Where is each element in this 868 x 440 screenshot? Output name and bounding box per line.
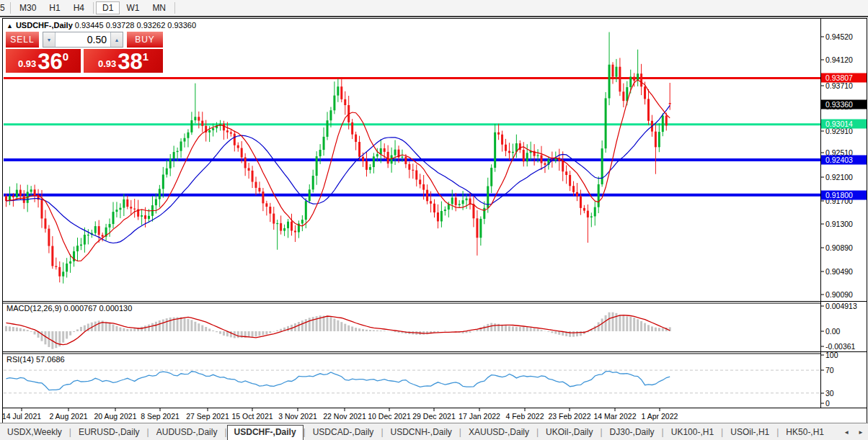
date-axis-label: 14 Jul 2021 (2, 412, 41, 421)
macd-axis-label: -0.00361 (825, 342, 856, 351)
chart-tab-usoil-h1[interactable]: USOil-,H1 (723, 425, 776, 439)
macd-axis-label: 0.00 (825, 327, 841, 336)
sell-price-big: 36 (37, 53, 62, 71)
volume-control: ▼ 0.50 ▲ (43, 32, 123, 48)
timeframe-button-5[interactable]: 5 (0, 1, 8, 14)
chart-tab-ukoil-daily[interactable]: UKOil-,Daily (539, 425, 600, 439)
volume-input[interactable]: 0.50 (56, 32, 110, 47)
chart-tab-bar: USDX,Weekly|EURUSD-,Daily|AUDUSD-,Daily|… (0, 423, 868, 440)
chart-tab-hk50-h1[interactable]: HK50-,H1 (779, 425, 831, 439)
svg-text:0.91800: 0.91800 (825, 191, 853, 199)
price-badge: 0.93807 (821, 73, 867, 83)
svg-text:0.93360: 0.93360 (825, 100, 853, 109)
sell-price-prefix: 0.93 (18, 58, 36, 69)
timeframe-button-D1[interactable]: D1 (96, 1, 120, 14)
price-axis-label: 0.90890 (825, 243, 853, 252)
sell-price-sup: 0 (63, 50, 68, 63)
ohlc-close: 0.93360 (167, 21, 196, 30)
svg-text:0.93807: 0.93807 (825, 73, 853, 82)
chart-tab-usdcnh-daily[interactable]: USDCNH-,Daily (384, 425, 459, 439)
chart-tab-uk100-h1[interactable]: UK100-,H1 (664, 425, 721, 439)
price-axis-label: 0.90090 (825, 290, 853, 299)
macd-axis-label: 0.004913 (825, 302, 857, 310)
svg-text:0.92403: 0.92403 (825, 156, 853, 164)
date-axis-label: 15 Oct 2021 (231, 412, 273, 421)
ohlc-open: 0.93445 (75, 21, 104, 30)
chart-tab-usdchf-daily[interactable]: USDCHF-,Daily (227, 425, 304, 440)
rsi-axis-label: 70 (825, 366, 834, 374)
toolbar-divider (0, 16, 868, 17)
price-badge: 0.93360 (821, 100, 867, 109)
price-axis-label: 0.91300 (825, 220, 853, 228)
chart-header: ▲USDCHF-,Daily 0.93445 0.93728 0.93262 0… (6, 21, 196, 30)
toolbar-separator (174, 2, 175, 14)
timeframe-button-H4[interactable]: H4 (67, 1, 91, 14)
rsi-axis-label: 30 (825, 389, 834, 398)
chart-symbol-label: USDCHF-,Daily (16, 21, 73, 30)
buy-price-big: 38 (118, 53, 142, 71)
buy-price-display[interactable]: 0.93381 (84, 49, 163, 73)
date-axis-label: 17 Jan 2022 (459, 412, 500, 421)
price-axis-label: 0.94120 (825, 55, 853, 64)
toolbar-separator (93, 2, 94, 14)
chart-tab-eurusd-daily[interactable]: EURUSD-,Daily (71, 425, 147, 439)
rsi-indicator-label: RSI(14) 57.0686 (6, 355, 65, 364)
chart-tab-usdcad-daily[interactable]: USDCAD-,Daily (306, 425, 381, 439)
date-axis-label: 8 Sep 2021 (141, 412, 180, 421)
timeframe-button-MN[interactable]: MN (146, 1, 172, 14)
price-axis-label: 0.90490 (825, 267, 853, 276)
buy-button[interactable]: BUY (127, 32, 163, 48)
date-axis-label: 29 Dec 2021 (412, 412, 456, 421)
date-axis-label: 23 Feb 2022 (549, 412, 591, 421)
scroll-tabs-right-icon[interactable]: ► (854, 429, 868, 436)
timeframe-toolbar: 5M30H1H4D1W1MN (0, 0, 868, 17)
scroll-tabs-left-icon[interactable]: ◄ (839, 429, 854, 436)
price-axis-label: 0.92100 (825, 173, 853, 181)
date-axis-label: 20 Aug 2021 (94, 412, 137, 421)
one-click-trading-panel: SELL ▼ 0.50 ▲ BUY 0.93360 0.93381 (6, 32, 163, 73)
date-axis-label: 1 Apr 2022 (642, 412, 678, 421)
price-axis-label: 0.94520 (825, 32, 853, 41)
candle (605, 92, 607, 153)
timeframe-button-H1[interactable]: H1 (43, 1, 66, 14)
date-axis-label: 10 Dec 2021 (368, 412, 411, 421)
price-badge: 0.91800 (821, 191, 867, 200)
date-axis-label: 3 Nov 2021 (278, 412, 317, 421)
macd-name: MACD(12,26,9) (6, 304, 61, 313)
date-axis-label: 22 Nov 2021 (323, 412, 366, 421)
sell-price-display[interactable]: 0.93360 (6, 49, 81, 73)
date-axis-label: 2 Aug 2021 (49, 412, 87, 421)
buy-price-sup: 1 (143, 50, 149, 63)
one-click-collapse-icon[interactable]: ▲ (6, 22, 13, 30)
chart-tab-usdx-weekly[interactable]: USDX,Weekly (0, 425, 69, 439)
timeframe-button-W1[interactable]: W1 (120, 1, 146, 14)
trading-platform-window: 0.945200.941200.937100.933200.929100.925… (0, 0, 868, 440)
sell-button[interactable]: SELL (6, 32, 39, 48)
date-axis-label: 4 Feb 2022 (505, 412, 544, 421)
rsi-value: 57.0686 (36, 355, 65, 364)
svg-text:0.93014: 0.93014 (825, 120, 853, 128)
ohlc-high: 0.93728 (106, 21, 135, 30)
rsi-axis-label: 0 (825, 399, 830, 408)
chart-tab-dj30-daily[interactable]: DJ30-,Daily (603, 425, 662, 439)
timeframe-button-M30[interactable]: M30 (13, 1, 43, 14)
price-badge: 0.92403 (821, 156, 867, 165)
chart-tab-xauusd-daily[interactable]: XAUUSD-,Daily (461, 425, 536, 439)
volume-decrease-button[interactable]: ▼ (43, 32, 56, 47)
price-badge: 0.93014 (821, 120, 867, 129)
toolbar-separator (10, 2, 11, 14)
macd-indicator-label: MACD(12,26,9) 0.000767 0.000130 (6, 304, 132, 313)
macd-values: 0.000767 0.000130 (63, 304, 132, 313)
buy-price-prefix: 0.93 (98, 58, 116, 69)
date-axis-label: 14 Mar 2022 (594, 412, 637, 421)
rsi-name: RSI(14) (6, 355, 34, 364)
ohlc-low: 0.93262 (136, 21, 165, 30)
volume-increase-button[interactable]: ▲ (110, 32, 123, 47)
chart-tab-audusd-daily[interactable]: AUDUSD-,Daily (149, 425, 225, 439)
date-axis-label: 27 Sep 2021 (186, 412, 229, 421)
